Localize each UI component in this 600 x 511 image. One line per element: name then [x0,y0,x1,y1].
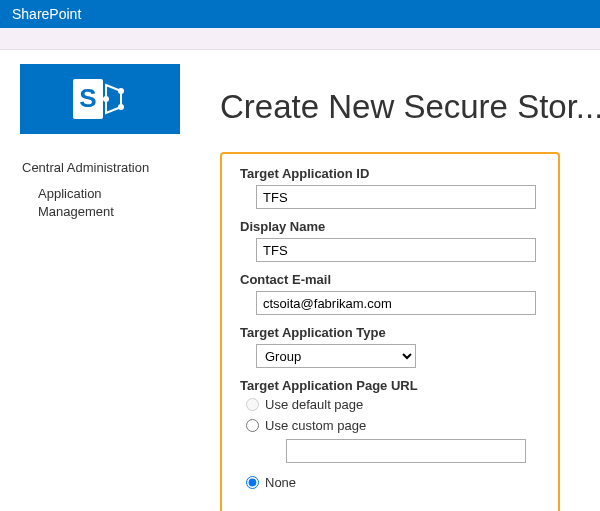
label-contact-email: Contact E-mail [240,272,540,287]
input-target-id[interactable] [256,185,536,209]
page-title: Create New Secure Stor... [220,88,600,126]
nav-child: Application Management [38,185,158,220]
svg-point-4 [103,96,109,102]
radio-custom-label: Use custom page [265,418,366,433]
content-area: S Central Administration Application Man… [0,50,600,511]
select-app-type[interactable]: Group [256,344,416,368]
radio-row-none: None [246,475,540,490]
label-display-name: Display Name [240,219,540,234]
input-custom-url[interactable] [286,439,526,463]
radio-default-label: Use default page [265,397,363,412]
field-display-name: Display Name [240,219,540,262]
radio-none[interactable] [246,476,259,489]
input-display-name[interactable] [256,238,536,262]
label-page-url: Target Application Page URL [240,378,540,393]
form-card: Target Application ID Display Name Conta… [220,152,560,511]
svg-point-2 [118,88,124,94]
svg-text:S: S [79,83,96,113]
sharepoint-icon: S [73,77,127,121]
field-target-id: Target Application ID [240,166,540,209]
label-target-id: Target Application ID [240,166,540,181]
field-app-type: Target Application Type Group [240,325,540,368]
radio-custom-page[interactable] [246,419,259,432]
radio-default-page[interactable] [246,398,259,411]
right-column: Create New Secure Stor... Target Applica… [220,64,600,511]
input-contact-email[interactable] [256,291,536,315]
radio-none-label: None [265,475,296,490]
field-page-url: Target Application Page URL Use default … [240,378,540,490]
brand-text: SharePoint [12,6,81,22]
nav-root-link[interactable]: Central Administration [22,160,149,175]
nav-root: Central Administration [22,160,220,175]
field-contact-email: Contact E-mail [240,272,540,315]
nav-child-link[interactable]: Application Management [38,186,114,219]
radio-row-default: Use default page [246,397,540,412]
ribbon-bar [0,28,600,50]
svg-point-3 [118,104,124,110]
radio-row-custom: Use custom page [246,418,540,433]
site-logo: S [20,64,180,134]
left-column: S Central Administration Application Man… [20,64,220,511]
global-header: SharePoint [0,0,600,28]
label-app-type: Target Application Type [240,325,540,340]
